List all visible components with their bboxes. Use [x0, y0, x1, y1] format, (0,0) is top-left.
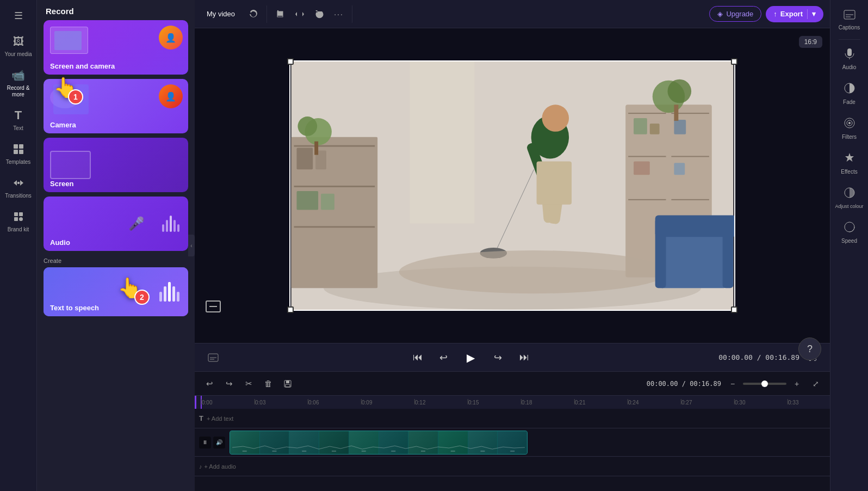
resize-handle-bl[interactable] [287, 306, 294, 313]
add-audio-button[interactable]: ♪ + Add audio [199, 463, 236, 470]
audio-card[interactable]: 🎤 Audio [44, 197, 188, 251]
zoom-in-button[interactable]: + [789, 376, 805, 392]
rewind-button[interactable]: ↩ [434, 348, 454, 367]
zoom-slider[interactable] [743, 383, 786, 385]
sidebar-text-label: Text [13, 125, 23, 132]
ruler-mark-8: 0:24 [627, 400, 680, 406]
svg-rect-0 [14, 144, 18, 149]
right-sidebar-adjust[interactable]: Adjust colour [833, 181, 866, 214]
right-sidebar-fade[interactable]: Fade [833, 77, 866, 111]
svg-marker-66 [845, 153, 854, 162]
rotate-button[interactable] [311, 5, 328, 23]
skip-to-start-button[interactable]: ⏮ [408, 348, 427, 367]
tts-card[interactable]: Text to speech [44, 267, 188, 316]
zoom-controls: − + [724, 376, 805, 392]
ruler-mark-1: 0:03 [254, 400, 307, 406]
right-sidebar-effects[interactable]: Effects [833, 146, 866, 180]
sidebar-item-templates[interactable]: Templates [2, 137, 35, 170]
crop-button[interactable] [271, 5, 289, 23]
right-sidebar-speed[interactable]: Speed [833, 216, 866, 249]
help-button[interactable]: ? [798, 337, 821, 360]
resize-handle-tl[interactable] [287, 58, 294, 65]
sidebar-item-record[interactable]: 📹 Record & more [2, 63, 35, 102]
your-media-icon: 🖼 [11, 34, 26, 49]
track-controls: ⏸ 🔊 [199, 437, 227, 449]
play-button[interactable]: ▶ [460, 347, 482, 369]
sidebar-item-transitions[interactable]: Transitions [2, 171, 35, 204]
video-preview: 16:9 [195, 28, 830, 343]
forward-button[interactable]: ↪ [488, 348, 508, 367]
text-track-row: T + Add text [195, 409, 830, 428]
sidebar-divider [839, 39, 860, 40]
svg-rect-48 [658, 234, 728, 288]
delete-button[interactable]: 🗑 [260, 376, 276, 392]
resize-handle-tr[interactable] [731, 58, 737, 65]
video-content [290, 62, 734, 310]
mute-video-button[interactable]: ⏸ [199, 437, 211, 449]
add-text-button[interactable]: T + Add text [199, 414, 830, 422]
aspect-ratio-badge[interactable]: 16:9 [799, 36, 822, 48]
right-sidebar-captions[interactable]: Captions [833, 4, 866, 36]
transitions-icon [11, 175, 26, 191]
svg-rect-1 [19, 144, 23, 149]
topbar-right: ◈ Upgrade ↑ Export ▾ [709, 6, 823, 22]
upgrade-button[interactable]: ◈ Upgrade [709, 6, 761, 22]
effects-icon [844, 152, 855, 167]
zoom-thumb[interactable] [761, 380, 768, 387]
fade-icon [844, 82, 855, 97]
redo-button[interactable]: ↪ [221, 376, 237, 392]
caption-button[interactable] [206, 300, 221, 312]
ruler-mark-4: 0:12 [414, 400, 467, 406]
camera-card[interactable]: 👤 Camera [44, 79, 188, 133]
screen-card[interactable]: Screen [44, 138, 188, 192]
ruler-mark-10: 0:30 [734, 400, 787, 406]
flip-button[interactable] [291, 5, 308, 23]
svg-rect-15 [628, 199, 666, 200]
right-sidebar-filters[interactable]: Filters [833, 112, 866, 145]
more-options-button[interactable]: ··· [330, 5, 348, 23]
cut-button[interactable]: ✂ [240, 376, 257, 392]
svg-rect-13 [628, 113, 666, 114]
microphone-icon: 🎤 [128, 216, 145, 231]
save-button[interactable] [280, 376, 296, 392]
main-area: My video [195, 0, 830, 491]
menu-icon[interactable]: ☰ [9, 4, 28, 27]
playback-left [203, 348, 223, 367]
svg-rect-20 [650, 124, 660, 134]
svg-rect-7 [14, 217, 18, 221]
export-button[interactable]: ↑ Export ▾ [766, 6, 823, 22]
video-title[interactable]: My video [201, 8, 240, 20]
record-icon: 📹 [11, 67, 26, 83]
svg-rect-18 [671, 199, 709, 200]
sidebar-item-label: Your media [4, 51, 32, 58]
volume-button[interactable]: 🔊 [213, 437, 225, 449]
svg-rect-2 [14, 150, 18, 154]
svg-point-65 [848, 122, 851, 124]
svg-rect-17 [671, 156, 709, 157]
adjust-colour-icon [844, 187, 855, 201]
skip-to-end-button[interactable]: ⏭ [514, 348, 534, 367]
video-clip[interactable] [230, 431, 528, 455]
export-divider [807, 9, 808, 19]
svg-rect-21 [674, 120, 686, 134]
caption-toggle-button[interactable] [203, 348, 223, 367]
record-panel: Record 👤 Screen and camera 👤 Camera [37, 0, 195, 491]
timeline-tracks: T + Add text ⏸ 🔊 [195, 409, 830, 491]
sidebar-item-brand-kit[interactable]: Brand kit [2, 205, 35, 237]
ruler-mark-5: 0:15 [467, 400, 520, 406]
sidebar-item-text[interactable]: T Text [2, 103, 35, 136]
zoom-out-button[interactable]: − [724, 376, 741, 392]
right-sidebar-audio[interactable]: Audio [833, 42, 866, 76]
resize-handle-br[interactable] [731, 306, 737, 313]
upgrade-gem-icon: ◈ [717, 10, 723, 18]
toolbar: ··· [266, 5, 352, 23]
svg-rect-28 [294, 145, 375, 147]
sync-button[interactable] [245, 5, 262, 23]
undo-button[interactable]: ↩ [201, 376, 218, 392]
svg-point-39 [542, 105, 569, 132]
sidebar-item-your-media[interactable]: 🖼 Your media [2, 29, 35, 62]
panel-collapse-button[interactable]: ‹ [188, 235, 195, 256]
expand-timeline-button[interactable]: ⤢ [808, 376, 823, 391]
svg-rect-46 [410, 62, 475, 223]
screen-and-camera-card[interactable]: 👤 Screen and camera [44, 20, 188, 75]
